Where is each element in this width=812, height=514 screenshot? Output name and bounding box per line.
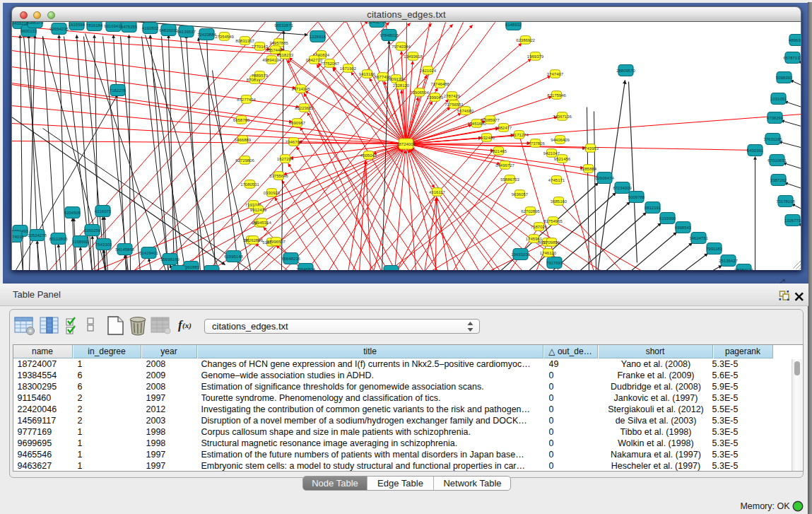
svg-text:87234309: 87234309	[613, 186, 632, 190]
svg-text:8386379: 8386379	[27, 22, 44, 25]
svg-text:13493618: 13493618	[404, 54, 423, 59]
svg-text:0812191: 0812191	[645, 206, 661, 210]
svg-text:54145868: 54145868	[115, 247, 134, 252]
svg-text:71906594: 71906594	[410, 90, 429, 95]
svg-text:60385977: 60385977	[481, 118, 500, 122]
svg-text:02606474: 02606474	[595, 176, 614, 180]
svg-text:2421024: 2421024	[420, 69, 437, 73]
svg-text:04499727: 04499727	[495, 163, 514, 168]
svg-text:9912419: 9912419	[250, 208, 267, 212]
svg-text:3158692: 3158692	[72, 240, 89, 244]
svg-text:55698169: 55698169	[160, 257, 180, 262]
svg-text:(x): (x)	[182, 321, 192, 330]
svg-text:1746120: 1746120	[540, 251, 557, 255]
svg-text:17080531: 17080531	[240, 182, 259, 187]
svg-text:71746488: 71746488	[430, 82, 449, 86]
svg-text:99091334: 99091334	[387, 77, 406, 81]
svg-text:37631165: 37631165	[763, 137, 782, 141]
svg-text:4216073: 4216073	[95, 209, 112, 214]
svg-text:1615594: 1615594	[69, 23, 86, 27]
svg-text:7187026: 7187026	[531, 225, 548, 229]
svg-text:34714345: 34714345	[291, 87, 310, 91]
svg-text:3685160: 3685160	[551, 199, 567, 204]
svg-text:9743953: 9743953	[582, 146, 599, 151]
svg-text:7917693: 7917693	[546, 261, 563, 265]
svg-text:79740344: 79740344	[392, 45, 411, 49]
svg-text:25135427: 25135427	[719, 259, 738, 263]
svg-text:9421047: 9421047	[543, 151, 560, 156]
svg-text:2787429: 2787429	[444, 94, 461, 98]
svg-text:4896383: 4896383	[789, 38, 801, 42]
svg-text:94406409: 94406409	[551, 138, 570, 142]
svg-text:34624751: 34624751	[689, 236, 708, 240]
svg-text:7991183: 7991183	[706, 247, 723, 251]
svg-text:1969379: 1969379	[527, 54, 544, 59]
svg-text:9600133: 9600133	[20, 29, 37, 33]
svg-text:57262849: 57262849	[244, 238, 263, 243]
svg-text:8148932: 8148932	[505, 23, 522, 27]
svg-text:6193990: 6193990	[659, 216, 676, 221]
svg-text:29946804: 29946804	[296, 267, 315, 271]
svg-text:64835030: 64835030	[159, 28, 178, 33]
svg-text:82175946: 82175946	[547, 93, 566, 98]
svg-text:7346706: 7346706	[286, 140, 302, 144]
svg-text:34874016: 34874016	[12, 235, 25, 239]
svg-text:71756551: 71756551	[445, 103, 464, 107]
svg-text:1031051: 1031051	[770, 97, 787, 101]
svg-text:64139537: 64139537	[177, 30, 196, 34]
svg-text:2328120: 2328120	[393, 83, 410, 88]
svg-text:3285884: 3285884	[580, 167, 597, 171]
svg-text:6690967: 6690967	[289, 121, 306, 125]
svg-text:1671902: 1671902	[340, 66, 357, 71]
svg-text:00524278: 00524278	[28, 233, 47, 238]
svg-text:1399049: 1399049	[427, 95, 444, 100]
svg-text:7889579: 7889579	[252, 74, 269, 78]
svg-text:3747407: 3747407	[547, 72, 564, 76]
svg-text:62729806: 62729806	[235, 158, 254, 163]
svg-text:5430391: 5430391	[747, 148, 764, 153]
svg-text:55886753: 55886753	[500, 177, 519, 182]
svg-text:61595148: 61595148	[224, 255, 243, 259]
svg-text:4005045: 4005045	[360, 153, 377, 158]
svg-text:72423884: 72423884	[197, 33, 216, 37]
svg-text:5674680: 5674680	[457, 109, 474, 113]
svg-text:65787133: 65787133	[783, 56, 801, 60]
svg-text:96532871: 96532871	[274, 23, 293, 28]
svg-text:81223623: 81223623	[295, 106, 314, 110]
svg-text:27354549: 27354549	[215, 35, 234, 39]
svg-text:7816184: 7816184	[86, 23, 103, 28]
svg-text:81754965: 81754965	[543, 219, 563, 223]
svg-text:49894134: 49894134	[262, 58, 281, 62]
svg-text:73178108: 73178108	[776, 199, 795, 204]
svg-text:62386922: 62386922	[516, 38, 535, 42]
svg-text:5098393: 5098393	[776, 76, 793, 80]
svg-text:36995777: 36995777	[169, 269, 188, 271]
svg-text:3709859: 3709859	[543, 240, 560, 245]
svg-text:9636057: 9636057	[512, 192, 529, 197]
svg-text:74367136: 74367136	[553, 115, 572, 119]
svg-text:4745171: 4745171	[548, 178, 565, 182]
svg-text:76320163: 76320163	[382, 269, 401, 271]
svg-text:1226916: 1226916	[310, 35, 326, 39]
svg-text:67010651: 67010651	[767, 158, 787, 163]
svg-text:34957885: 34957885	[269, 41, 288, 45]
svg-text:5009788: 5009788	[628, 195, 645, 199]
svg-text:3387262: 3387262	[770, 178, 787, 182]
svg-text:13433200: 13433200	[511, 252, 530, 257]
svg-text:18724007: 18724007	[396, 142, 416, 146]
svg-text:7543303: 7543303	[95, 243, 112, 247]
svg-text:5466889: 5466889	[235, 138, 252, 142]
svg-text:0932480: 0932480	[478, 136, 495, 140]
svg-text:9521456: 9521456	[554, 157, 571, 161]
svg-text:1627204: 1627204	[277, 157, 294, 161]
svg-text:65648236: 65648236	[281, 257, 300, 261]
svg-text:80831367: 80831367	[235, 39, 254, 43]
svg-text:6998543: 6998543	[675, 226, 692, 230]
svg-text:98084124: 98084124	[734, 268, 753, 271]
svg-text:77752047: 77752047	[320, 62, 339, 66]
svg-text:13171274: 13171274	[510, 133, 529, 137]
svg-text:7182278: 7182278	[110, 88, 126, 93]
svg-text:4192832: 4192832	[142, 26, 159, 30]
svg-text:53755646: 53755646	[269, 174, 288, 178]
svg-text:76945314: 76945314	[252, 221, 271, 225]
